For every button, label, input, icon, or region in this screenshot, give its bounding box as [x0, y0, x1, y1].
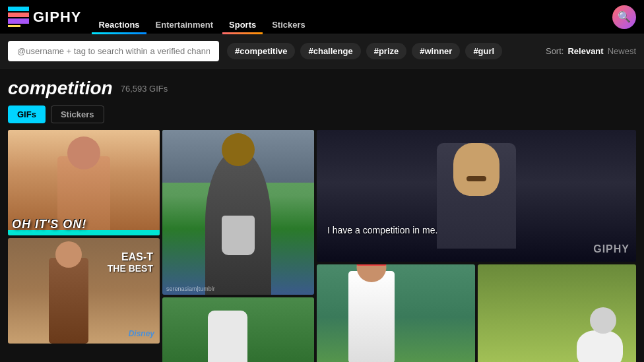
gif-count: 76,593 GIFs — [121, 84, 168, 94]
search-input-wrapper — [8, 41, 219, 61]
logo-area: GIPHY — [8, 7, 81, 28]
sort-label: Sort: — [546, 46, 564, 56]
gif-item-girl-disney[interactable]: EAS-T THE BEST Disney — [8, 238, 160, 344]
sort-area: Sort: Relevant Newest — [546, 46, 636, 56]
gif-grid: OH IT'S ON! EAS-T THE BEST Disney — [8, 130, 636, 362]
page-title-row: competition 76,593 GIFs — [8, 78, 636, 99]
nav-tab-reactions[interactable]: Reactions — [92, 16, 146, 34]
page-title: competition — [8, 78, 113, 99]
search-icon-button[interactable]: 🔍 — [612, 5, 636, 29]
gif-col-mid: serenasiam|tumblr — [162, 130, 314, 362]
hashtag-prize[interactable]: #prize — [366, 43, 407, 59]
gif-item-sheep[interactable] — [478, 264, 636, 362]
gif-item-tennis[interactable] — [162, 297, 314, 362]
gif-item-oh-its-on[interactable]: OH IT'S ON! — [8, 130, 160, 235]
filter-stickers[interactable]: Stickers — [51, 106, 104, 123]
hashtag-gurl[interactable]: #gurl — [465, 43, 502, 59]
hashtag-challenge[interactable]: #challenge — [300, 43, 360, 59]
nav-tab-stickers[interactable]: Stickers — [265, 16, 312, 34]
nav-tabs: Reactions Entertainment Sports Stickers — [92, 0, 311, 34]
nav-tab-sports[interactable]: Sports — [222, 16, 263, 34]
gif-item-movie[interactable]: I have a competition in me. GIPHY — [317, 130, 636, 262]
hashtag-competitive[interactable]: #competitive — [227, 43, 295, 59]
sort-newest[interactable]: Newest — [608, 46, 636, 56]
gif-col-right: I have a competition in me. GIPHY — [317, 130, 636, 362]
disney-logo: Disney — [129, 329, 154, 338]
gif-movie-text: I have a competition in me. — [327, 225, 437, 235]
gif-right-bottom-row — [317, 264, 636, 362]
gif-text-oh-its-on: OH IT'S ON! — [12, 218, 86, 231]
header: GIPHY Reactions Entertainment Sports Sti… — [0, 0, 644, 34]
filter-gifs[interactable]: GIFs — [8, 106, 46, 123]
giphy-watermark: GIPHY — [593, 243, 629, 255]
main-content: competition 76,593 GIFs GIFs Stickers OH… — [0, 69, 644, 362]
search-area: #competitive #challenge #prize #winner #… — [0, 34, 644, 69]
hashtag-list: #competitive #challenge #prize #winner #… — [227, 43, 538, 59]
logo-icon — [8, 7, 29, 28]
serena-attribution: serenasiam|tumblr — [166, 286, 215, 292]
search-input[interactable] — [17, 46, 210, 56]
nav-tab-entertainment[interactable]: Entertainment — [149, 16, 220, 34]
search-icon: 🔍 — [618, 11, 631, 23]
hashtag-winner[interactable]: #winner — [412, 43, 460, 59]
logo-text: GIPHY — [33, 9, 81, 26]
sort-relevant[interactable]: Relevant — [567, 46, 603, 56]
gif-item-serena[interactable]: serenasiam|tumblr — [162, 130, 314, 295]
filter-row: GIFs Stickers — [8, 106, 636, 123]
gif-col-left: OH IT'S ON! EAS-T THE BEST Disney — [8, 130, 160, 362]
east-text: EAS-T THE BEST — [108, 251, 153, 274]
gif-item-player[interactable] — [317, 264, 475, 362]
